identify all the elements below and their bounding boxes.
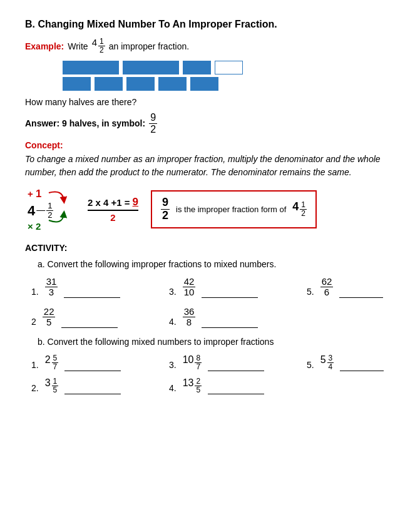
formula-top: 2 x 4 +1 = [88, 197, 130, 208]
blank-2[interactable] [61, 317, 118, 328]
block-small-4 [158, 77, 187, 91]
blank-3[interactable] [202, 287, 258, 298]
arrow-mixed-box: + 1 4 — 1 2 × 2 [25, 188, 75, 232]
block-full-1 [63, 61, 119, 74]
formula-area: + 1 4 — 1 2 × 2 2 x 4 +1 = 9 2 9 2 is th… [25, 188, 395, 232]
block-half [183, 61, 211, 74]
blank-4[interactable] [202, 317, 258, 328]
mixed-num-4b: 4. [169, 383, 177, 394]
block-empty [215, 61, 243, 74]
plus-one: + 1 [28, 188, 41, 200]
answer-label: Answer: 9 halves, in symbol: [25, 118, 145, 128]
mixed-num-2b: 2. [31, 383, 39, 394]
prob-num-1: 1. [31, 287, 39, 298]
example-text: Write [68, 41, 88, 51]
formula-nine: 9 [133, 196, 138, 208]
prob-num-3: 3. [169, 287, 177, 298]
problem-4: 4. 36 8 [169, 307, 258, 328]
mixed-num-3: 3. [169, 360, 177, 371]
formula-mid: 2 x 4 +1 = 9 2 [88, 196, 138, 223]
part-a-row-2: 2 22 5 4. 36 8 [31, 307, 395, 328]
answer-line: Answer: 9 halves, in symbol: 9 2 [25, 112, 395, 135]
frac-22-5: 22 5 [43, 307, 56, 328]
whole-four: 4 [28, 204, 35, 218]
block-small-5 [190, 77, 218, 91]
concept-label: Concept: [25, 140, 395, 150]
blank-b5[interactable] [340, 360, 384, 371]
example-label: Example: [25, 41, 64, 51]
mixed-13-2-5: 13 2 5 [183, 377, 202, 394]
example-mixed: 4 1 2 [92, 38, 105, 54]
example-line: Example: Write 4 1 2 an improper fractio… [25, 38, 395, 54]
blank-1[interactable] [64, 287, 120, 298]
blocks-area [63, 61, 395, 91]
result-fraction: 9 2 [161, 197, 170, 222]
section-title: B. Changing Mixed Number To An Improper … [25, 19, 395, 30]
mixed-prob-4: 4. 13 2 5 [169, 377, 288, 394]
mixed-10-8-7: 10 8 7 [183, 354, 202, 371]
mixed-3-1-5: 3 1 5 [45, 377, 59, 394]
frac-36-8: 36 8 [183, 307, 196, 328]
frac-display: 1 2 [46, 202, 53, 220]
mixed-5-3-4: 5 3 4 [320, 354, 334, 371]
how-many-text: How many halves are there? [25, 97, 395, 107]
mixed-prob-2: 2. 3 1 5 [31, 377, 150, 394]
part-b-row-1: 1. 2 5 7 3. 10 8 7 5. [31, 354, 395, 371]
answer-fraction: 9 2 [149, 112, 157, 135]
prob-num-5: 5. [307, 287, 314, 298]
result-mixed: 4 1 2 [292, 201, 307, 218]
part-b-row-2: 2. 3 1 5 4. 13 2 5 [31, 377, 395, 394]
result-box: 9 2 is the improper fraction form of 4 1… [151, 190, 317, 228]
mixed-prob-5: 5. 5 3 4 [307, 354, 384, 371]
blank-b2[interactable] [64, 383, 121, 394]
part-a-row-1: 1. 31 3 3. 42 10 5. 62 6 [31, 277, 395, 298]
frac-62-6: 62 6 [320, 277, 334, 298]
times-two: × 2 [28, 220, 41, 233]
prob-num-4: 4. [169, 317, 177, 328]
formula-den: 2 [110, 212, 115, 223]
block-small-3 [126, 77, 155, 91]
block-small-2 [95, 77, 123, 91]
blank-b3[interactable] [208, 360, 264, 371]
blank-b4[interactable] [208, 383, 264, 394]
mixed-num-5: 5. [307, 360, 314, 371]
prob-num-2: 2 [31, 317, 36, 328]
blank-5[interactable] [339, 287, 383, 298]
block-full-2 [123, 61, 179, 74]
example-suffix: an improper fraction. [109, 41, 189, 51]
concept-text: To change a mixed number as an improper … [25, 153, 395, 179]
problem-3: 3. 42 10 [169, 277, 288, 298]
dash-fraction: — [36, 205, 45, 214]
part-b: b. Convert the following mixed numbers t… [25, 337, 395, 395]
part-a-instruction: a. Convert the following improper fracti… [38, 259, 395, 269]
mixed-prob-1: 1. 2 5 7 [31, 354, 150, 371]
activity-label: ACTIVITY: [25, 243, 395, 253]
result-text: is the improper fraction form of [176, 205, 286, 214]
mixed-prob-3: 3. 10 8 7 [169, 354, 288, 371]
part-b-instruction: b. Convert the following mixed numbers t… [38, 337, 395, 347]
frac-31-3: 31 3 [45, 277, 58, 298]
problem-2: 2 22 5 [31, 307, 150, 328]
mixed-2-5-7: 2 5 7 [45, 354, 59, 371]
blank-b1[interactable] [64, 360, 121, 371]
block-small-1 [63, 77, 91, 91]
problem-5: 5. 62 6 [307, 277, 383, 298]
frac-42-10: 42 10 [183, 277, 196, 298]
mixed-num-1: 1. [31, 360, 39, 371]
problem-1: 1. 31 3 [31, 277, 150, 298]
